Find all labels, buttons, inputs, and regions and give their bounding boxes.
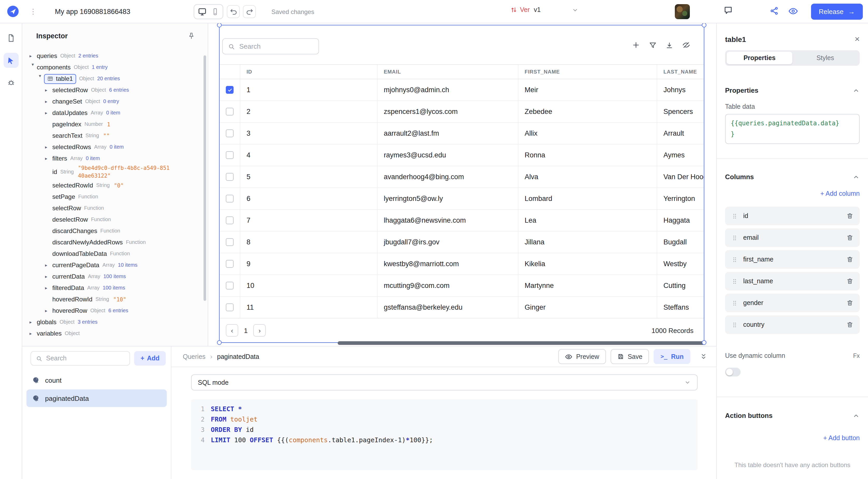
column-item-id[interactable]: id bbox=[725, 206, 860, 225]
tree-item-components[interactable]: ▸componentsObject1 entry bbox=[22, 62, 208, 73]
chevron-icon[interactable]: ▸ bbox=[30, 50, 37, 62]
tree-item-discardChanges[interactable]: ▸discardChangesFunction bbox=[22, 225, 208, 237]
fx-button[interactable]: Fx bbox=[853, 353, 860, 359]
add-query-button[interactable]: + Add bbox=[134, 351, 166, 365]
table-row[interactable]: 3aarrault2@last.fmAllixArrault bbox=[220, 123, 704, 145]
run-query-button[interactable]: >_ Run bbox=[654, 349, 690, 364]
row-checkbox[interactable] bbox=[226, 195, 234, 202]
drag-handle-icon[interactable] bbox=[731, 321, 738, 328]
save-query-button[interactable]: Save bbox=[611, 349, 649, 364]
delete-column-icon[interactable] bbox=[846, 321, 854, 328]
tree-item-downloadTableData[interactable]: ▸downloadTableDataFunction bbox=[22, 248, 208, 259]
preview-button[interactable]: Preview bbox=[559, 349, 606, 364]
tree-item-hoveredRow[interactable]: ▸hoveredRowObject6 entries bbox=[22, 305, 208, 316]
resize-handle[interactable] bbox=[702, 340, 706, 345]
table-row[interactable]: 5avanderhoog4@bing.comAlvaVan Der Hoog bbox=[220, 166, 704, 188]
delete-column-icon[interactable] bbox=[846, 278, 854, 285]
tree-item-filteredData[interactable]: ▸filteredDataArray100 items bbox=[22, 282, 208, 294]
add-action-button-link[interactable]: + Add button bbox=[725, 435, 860, 442]
desktop-view-button[interactable] bbox=[198, 7, 207, 16]
prev-page-button[interactable]: ‹ bbox=[226, 324, 238, 337]
table-row[interactable]: 9kwestby8@marriott.comKikeliaWestby bbox=[220, 253, 704, 275]
version-selector[interactable]: Ver v1 bbox=[510, 6, 579, 13]
table-row[interactable]: 8jbugdall7@irs.govJillanaBugdall bbox=[220, 231, 704, 253]
tab-properties[interactable]: Properties bbox=[726, 52, 793, 64]
column-item-gender[interactable]: gender bbox=[725, 294, 860, 312]
delete-column-icon[interactable] bbox=[846, 234, 854, 241]
app-menu-icon[interactable]: ⋮ bbox=[30, 7, 37, 16]
chevron-up-icon[interactable] bbox=[852, 87, 860, 94]
canvas[interactable]: Search ID EMAIL FIRST_ bbox=[208, 23, 716, 346]
chevron-icon[interactable]: ▸ bbox=[45, 305, 52, 316]
drag-handle-icon[interactable] bbox=[731, 256, 738, 263]
tree-item-deselectRow[interactable]: ▸deselectRowFunction bbox=[22, 214, 208, 225]
add-column-link[interactable]: + Add column bbox=[725, 190, 860, 197]
tree-item-currentData[interactable]: ▸currentDataArray100 items bbox=[22, 271, 208, 282]
tree-item-filters[interactable]: ▸filtersArray0 item bbox=[22, 153, 208, 164]
pages-icon-button[interactable] bbox=[3, 31, 19, 45]
drag-handle-icon[interactable] bbox=[731, 213, 738, 219]
column-item-country[interactable]: country bbox=[725, 315, 860, 334]
chevron-icon[interactable]: ▸ bbox=[35, 75, 46, 82]
download-icon[interactable] bbox=[665, 41, 673, 49]
delete-column-icon[interactable] bbox=[846, 256, 854, 263]
pin-icon[interactable] bbox=[187, 32, 195, 40]
resize-handle[interactable] bbox=[702, 23, 706, 27]
tree-item-setPage[interactable]: ▸setPageFunction bbox=[22, 191, 208, 202]
tree-item-dataUpdates[interactable]: ▸dataUpdatesArray0 item bbox=[22, 107, 208, 119]
table-search-input[interactable]: Search bbox=[222, 38, 319, 54]
chevron-up-icon[interactable] bbox=[852, 173, 860, 181]
tree-item-selectRow[interactable]: ▸selectRowFunction bbox=[22, 202, 208, 214]
debugger-icon-button[interactable] bbox=[3, 75, 19, 90]
query-search-input[interactable]: Search bbox=[31, 351, 130, 365]
chevron-icon[interactable]: ▸ bbox=[45, 153, 52, 164]
breadcrumb-queries[interactable]: Queries bbox=[183, 353, 206, 360]
release-button[interactable]: Release → bbox=[811, 4, 863, 20]
section-properties[interactable]: Properties bbox=[725, 87, 860, 94]
tree-item-id[interactable]: ▸idString"9be4d9c0-dffb-4b8c-a549-85140a… bbox=[22, 164, 208, 180]
tree-item-variables[interactable]: ▸variablesObject bbox=[22, 328, 208, 339]
hide-columns-icon[interactable] bbox=[682, 41, 690, 49]
resize-handle[interactable] bbox=[217, 340, 222, 345]
selected-node-box[interactable]: table1 bbox=[44, 74, 76, 84]
delete-column-icon[interactable] bbox=[846, 299, 854, 307]
chevron-icon[interactable]: ▸ bbox=[45, 85, 52, 96]
drag-handle-icon[interactable] bbox=[731, 278, 738, 285]
table-row[interactable]: 6lyerrington5@ow.lyLombardYerrington bbox=[220, 188, 704, 210]
next-page-button[interactable]: › bbox=[253, 324, 266, 337]
tree-item-hoveredRowId[interactable]: ▸hoveredRowIdString"10" bbox=[22, 294, 208, 305]
collapse-panel-icon[interactable] bbox=[700, 353, 708, 360]
row-checkbox[interactable] bbox=[226, 304, 234, 311]
column-header-first-name[interactable]: FIRST_NAME bbox=[519, 65, 657, 79]
chevron-icon[interactable]: ▸ bbox=[45, 282, 52, 294]
query-item-count[interactable]: count bbox=[26, 371, 167, 389]
tree-item-globals[interactable]: ▸globalsObject3 entries bbox=[22, 316, 208, 328]
chevron-icon[interactable]: ▸ bbox=[45, 271, 52, 282]
sql-editor[interactable]: 1234 SELECT *FROM tooljetORDER BY idLIMI… bbox=[191, 399, 698, 470]
dynamic-column-toggle[interactable] bbox=[725, 368, 741, 377]
row-checkbox[interactable] bbox=[226, 260, 234, 268]
column-item-last_name[interactable]: last_name bbox=[725, 272, 860, 290]
table-row[interactable]: 7lhaggata6@newsvine.comLeaHaggata bbox=[220, 210, 704, 231]
chevron-icon[interactable]: ▸ bbox=[30, 316, 37, 328]
section-action-buttons[interactable]: Action buttons bbox=[725, 412, 860, 419]
table-row[interactable]: 4raymes3@ucsd.eduRonnaAymes bbox=[220, 145, 704, 166]
query-item-paginatedData[interactable]: paginatedData bbox=[26, 389, 167, 407]
chevron-icon[interactable]: ▸ bbox=[45, 107, 52, 119]
row-checkbox[interactable] bbox=[226, 238, 234, 246]
section-columns[interactable]: Columns bbox=[725, 173, 860, 181]
chevron-icon[interactable]: ▸ bbox=[27, 64, 39, 71]
redo-button[interactable] bbox=[243, 5, 256, 18]
close-icon[interactable]: × bbox=[855, 35, 860, 43]
column-item-first_name[interactable]: first_name bbox=[725, 250, 860, 269]
tree-item-pageIndex[interactable]: ▸pageIndexNumber1 bbox=[22, 119, 208, 130]
tree-item-changeSet[interactable]: ▸changeSetObject0 entry bbox=[22, 96, 208, 107]
row-checkbox[interactable] bbox=[226, 108, 234, 116]
column-item-email[interactable]: email bbox=[725, 228, 860, 247]
row-checkbox[interactable] bbox=[226, 173, 234, 181]
chevron-icon[interactable]: ▸ bbox=[30, 328, 37, 339]
tree-item-selectedRowId[interactable]: ▸selectedRowIdString"0" bbox=[22, 180, 208, 191]
resize-handle[interactable] bbox=[217, 23, 222, 27]
row-checkbox[interactable] bbox=[226, 86, 234, 94]
app-title[interactable]: My app 1690881866483 bbox=[55, 8, 130, 15]
